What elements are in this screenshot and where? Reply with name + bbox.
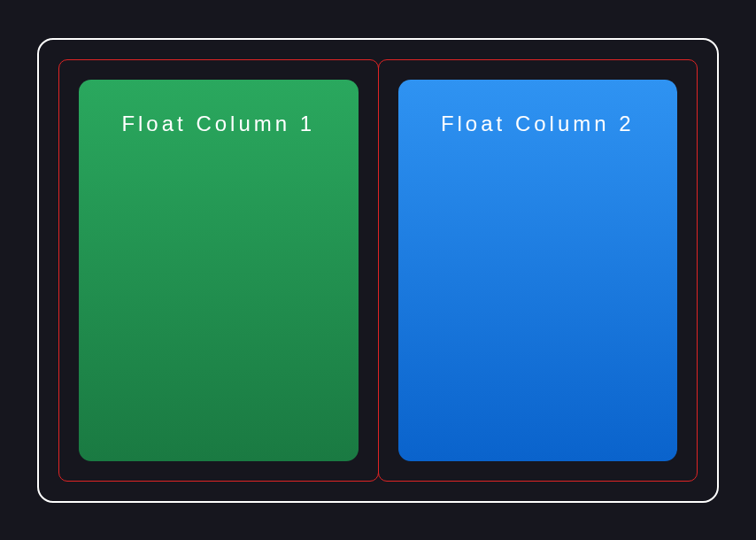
float-column-2: Float Column 2	[398, 80, 678, 461]
red-wrapper: Float Column 1 Float Column 2	[58, 59, 698, 482]
red-box-left: Float Column 1	[58, 59, 379, 482]
column-label: Float Column 1	[121, 112, 315, 135]
column-label: Float Column 2	[441, 112, 635, 135]
float-column-1: Float Column 1	[79, 80, 359, 461]
outer-container: Float Column 1 Float Column 2	[37, 38, 719, 503]
red-box-right: Float Column 2	[378, 59, 698, 482]
